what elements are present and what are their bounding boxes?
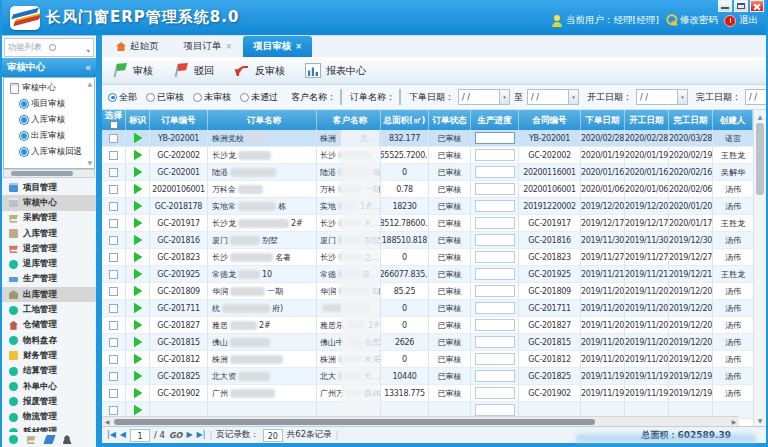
row-checkbox[interactable] <box>109 168 118 177</box>
row-checkbox[interactable] <box>109 185 118 194</box>
row-checkbox[interactable] <box>109 270 118 279</box>
table-row[interactable]: GC-201827 雅居2# 雅居乐2# 0 已审核 GC-201827 201… <box>102 317 753 334</box>
row-checkbox[interactable] <box>109 304 118 313</box>
row-checkbox[interactable] <box>109 134 118 143</box>
horizontal-scrollbar[interactable]: ◀ ▶ <box>102 416 739 426</box>
sidebar-menu-item[interactable]: 退库管理 <box>2 256 96 271</box>
sidebar-menu-item[interactable]: 项目管理 <box>2 180 96 195</box>
tree-scroll-up-icon[interactable]: ▲ <box>87 80 92 87</box>
row-checkbox[interactable] <box>109 321 118 330</box>
toolbar-button[interactable]: 审核 <box>112 63 153 78</box>
minimize-icon[interactable] <box>718 0 732 12</box>
table-row[interactable]: GC-201823 长沙名著 长沙之… 0 已审核 GC-201823 2019… <box>102 249 753 266</box>
filter-radio[interactable]: 已审核 <box>146 91 184 104</box>
table-row[interactable]: GC-201809 华润一期 华润期 85.25 已审核 GC-201809 2… <box>102 283 753 300</box>
scrollbar-thumb[interactable] <box>756 123 764 195</box>
row-checkbox[interactable] <box>109 287 118 296</box>
sidebar-menu-item[interactable]: 结算管理 <box>2 364 96 379</box>
tab-close-icon[interactable]: × <box>226 42 233 51</box>
order-name-input[interactable] <box>399 89 401 105</box>
sidebar-menu-item[interactable]: 物料盘存 <box>2 333 96 348</box>
table-row[interactable]: GC-201815 佛山 佛山中仓库 2626 已审核 GC-201815 20… <box>102 334 753 351</box>
sidebar-shortcut-icon[interactable] <box>43 435 55 444</box>
customer-name-input[interactable] <box>340 89 342 105</box>
collapse-icon[interactable]: « <box>85 62 91 73</box>
tab[interactable]: 项目订单 × <box>174 36 243 57</box>
order-date-from-input[interactable]: / /▾ <box>458 89 510 105</box>
row-checkbox[interactable] <box>109 236 118 245</box>
row-checkbox[interactable] <box>109 202 118 211</box>
vertical-scrollbar[interactable]: ▲ ▼ <box>753 110 766 426</box>
sidebar-menu-item[interactable]: 耗材管理 <box>2 425 96 432</box>
tab[interactable]: 起始页 <box>106 36 173 57</box>
select-all-checkbox[interactable] <box>110 121 118 129</box>
table-row[interactable]: GC-201917 长沙龙2# 长沙天… 8512.78600.. 已审核 GC… <box>102 215 753 232</box>
toolbar-button[interactable]: 反审核 <box>234 63 285 78</box>
tree-scroll-down-icon[interactable]: ▼ <box>87 159 92 166</box>
tree-item[interactable]: 入库审核回退 <box>4 144 94 160</box>
row-checkbox[interactable] <box>109 151 118 160</box>
sidebar-menu-item[interactable]: 仓储管理 <box>2 318 96 333</box>
table-row[interactable]: GC-202001 陆港 陆港墙 0 已审核 20200116001 2020/… <box>102 164 753 181</box>
sidebar-shortcut-icon[interactable] <box>81 435 90 444</box>
filter-radio[interactable]: 未通过 <box>240 91 278 104</box>
maximize-icon[interactable] <box>734 0 748 12</box>
toolbar-button[interactable]: 报表中心 <box>305 63 366 78</box>
row-checkbox[interactable] <box>109 406 118 415</box>
table-row[interactable]: GC-201711 杭府) 0 已审核 GC-201711 2019/11/20… <box>102 300 753 317</box>
table-row[interactable]: YB-202001 株洲党校 株洲员… 832.177 已审核 YB-20200… <box>102 130 753 147</box>
prev-page-icon[interactable]: ◀ <box>120 431 126 439</box>
tab[interactable]: 项目审核 × <box>243 36 312 57</box>
sidebar-menu-item[interactable]: 审核中心 <box>2 195 96 210</box>
scroll-up-icon[interactable]: ▲ <box>758 110 763 122</box>
sidebar-shortcut-icon[interactable] <box>63 435 72 444</box>
page-size-input[interactable]: 20 <box>263 429 283 442</box>
tab-close-icon[interactable]: × <box>295 42 302 51</box>
sidebar-menu-item[interactable]: 报废管理 <box>2 394 96 409</box>
filter-radio[interactable]: 全部 <box>108 91 137 104</box>
filter-radio[interactable]: 未审核 <box>193 91 231 104</box>
table-row[interactable]: GC-2018178 实地常栋 实地1#… 18230 已审核 20191220… <box>102 198 753 215</box>
start-date-input[interactable]: / /▾ <box>636 89 688 105</box>
sidebar-shortcut-icon[interactable] <box>27 435 36 444</box>
table-row[interactable]: GC-201925 常德龙10 常德原… 266077.835.. 已审核 GC… <box>102 266 753 283</box>
sidebar-menu-item[interactable]: 入库管理 <box>2 226 96 241</box>
tree-root[interactable]: 审核中心 <box>4 80 94 96</box>
sidebar-menu-item[interactable]: 退货管理 <box>2 241 96 256</box>
row-checkbox[interactable] <box>109 355 118 364</box>
sidebar-menu-item[interactable]: 出库管理 <box>2 287 96 302</box>
page-number-input[interactable]: 1 <box>130 429 150 442</box>
tree-item[interactable]: 入库审核 <box>4 112 94 128</box>
tree-item[interactable]: 项目审核 <box>4 96 94 112</box>
table-row[interactable]: GC-201812 株洲 株洲未来 0 已审核 GC-201812 2019/1… <box>102 351 753 368</box>
go-button[interactable]: GO <box>169 431 182 440</box>
scrollbar-thumb[interactable] <box>114 419 595 425</box>
order-date-to-input[interactable]: / /▾ <box>527 89 579 105</box>
sidebar-menu-item[interactable]: 补单中心 <box>2 379 96 394</box>
tree-horizontal-scrollbar[interactable] <box>3 169 95 178</box>
calendar-dropdown-icon[interactable]: ▾ <box>568 90 578 104</box>
row-checkbox[interactable] <box>109 372 118 381</box>
next-page-icon[interactable]: ▶ <box>186 431 192 439</box>
table-row[interactable]: 20200106001 万科金 万科一期 0.78 已审核 2020010600… <box>102 181 753 198</box>
change-password-button[interactable]: 修改密码 <box>665 14 718 27</box>
sidebar-menu-item[interactable]: 财务管理 <box>2 348 96 363</box>
tree-item[interactable]: 出库审核 <box>4 128 94 144</box>
scroll-right-icon[interactable]: ▶ <box>729 418 739 425</box>
close-icon[interactable] <box>750 0 764 12</box>
first-page-icon[interactable]: |◀ <box>107 431 116 439</box>
finish-date-input[interactable]: / /▾ <box>745 89 766 105</box>
sidebar-shortcut-icon[interactable] <box>9 435 18 444</box>
scroll-left-icon[interactable]: ◀ <box>102 418 112 425</box>
last-page-icon[interactable]: ▶| <box>197 431 206 439</box>
function-search-input[interactable]: 功能列表 <box>4 38 94 57</box>
table-row[interactable]: GC-201816 厦门别墅 厦门别墅 188510.818 已审核 GC-20… <box>102 232 753 249</box>
table-row[interactable]: GC-201902 广州 广州万森林 13318.775 已审核 GC-2019… <box>102 385 753 402</box>
table-row[interactable]: GC-201825 北大资 北大天… 10440 已审核 GC-201825 2… <box>102 368 753 385</box>
row-checkbox[interactable] <box>109 338 118 347</box>
calendar-dropdown-icon[interactable]: ▾ <box>499 90 509 104</box>
row-checkbox[interactable] <box>109 253 118 262</box>
sidebar-menu-item[interactable]: 生产管理 <box>2 272 96 287</box>
sidebar-menu-item[interactable]: 工地管理 <box>2 302 96 317</box>
logout-button[interactable]: 退出 <box>724 14 758 27</box>
